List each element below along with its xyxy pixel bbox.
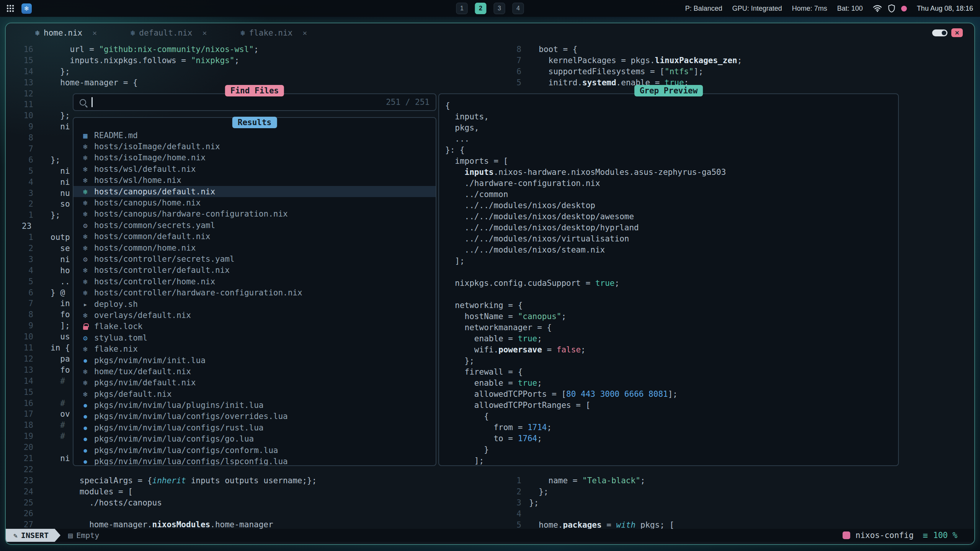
grep-preview-content[interactable]: { inputs, pkgs, ...}: { imports = [ inpu… [439, 94, 898, 466]
window-toggle-pill[interactable] [932, 29, 947, 36]
code-text: { [439, 100, 450, 111]
powerline-separator [55, 529, 60, 542]
result-item[interactable]: ❄ hosts/canopus/hardware-configuration.n… [74, 209, 436, 220]
line-number: 20 [6, 442, 33, 453]
line-number: 1 [486, 475, 521, 486]
code-line: ../../modules/nixos/desktop/hyprland [439, 222, 898, 233]
window-close-button[interactable] [951, 28, 963, 37]
project-icon [843, 531, 850, 539]
buffer-label: Empty [76, 531, 99, 540]
code-line: 6 supportedFilesystems = ["ntfs"]; [486, 66, 742, 77]
wifi-icon[interactable] [873, 5, 882, 12]
tab-close-icon[interactable] [202, 28, 207, 37]
editor-right-pane-top[interactable]: 8 boot = {7 kernelPackages = pkgs.linuxP… [486, 44, 742, 88]
editor-tab[interactable]: ❄ default.nix [131, 28, 207, 37]
code-text: ../common [439, 189, 508, 200]
code-text: home-manager = { [33, 77, 138, 88]
tab-close-icon[interactable] [92, 28, 97, 37]
result-item[interactable]: ● pkgs/nvim/nvim/lua/configs/rust.lua [74, 422, 436, 433]
code-text: ]; [33, 320, 70, 331]
status-module[interactable]: GPU: Integrated [732, 5, 782, 13]
line-number: 5 [486, 77, 521, 88]
result-item[interactable]: ❄ hosts/isoImage/home.nix [74, 152, 436, 163]
nix-icon: ❄ [80, 311, 90, 320]
result-item[interactable]: ❄ home/tux/default.nix [74, 366, 436, 377]
app-logo-icon[interactable]: ❄ [21, 3, 32, 14]
result-item[interactable]: ❄ hosts/controller/default.nix [74, 265, 436, 276]
code-line: imports = [ [439, 156, 898, 167]
result-item[interactable]: ▸ deploy.sh [74, 298, 436, 310]
result-filename: pkgs/nvim/nvim/lua/plugins/init.lua [94, 401, 264, 410]
editor-right-pane-bottom[interactable]: 1 name = "Tela-black";2 };3};45 home.pac… [486, 475, 674, 530]
result-item[interactable]: ❄ hosts/wsl/home.nix [74, 175, 436, 186]
result-filename: pkgs/nvim/nvim/lua/configs/overrides.lua [94, 412, 288, 421]
workspace-button[interactable]: 3 [494, 3, 505, 14]
nix-icon: ❄ [80, 367, 90, 376]
status-module[interactable]: Home: 7ms [792, 5, 827, 13]
result-item[interactable]: ⚙ hosts/controller/secrets.yaml [74, 253, 436, 264]
result-item[interactable]: ❄ hosts/canopus/default.nix [74, 186, 436, 197]
code-text: outp [33, 232, 70, 243]
result-item[interactable]: ❄ hosts/common/default.nix [74, 231, 436, 242]
result-item[interactable]: ● pkgs/nvim/nvim/lua/configs/go.lua [74, 434, 436, 445]
result-item[interactable]: ▦ README.md [74, 130, 436, 141]
result-item[interactable]: ● pkgs/nvim/nvim/lua/configs/lspconfig.l… [74, 456, 436, 465]
status-module[interactable]: Bat: 100 [837, 5, 863, 13]
result-item[interactable]: ❄ pkgs/default.nix [74, 388, 436, 399]
result-item[interactable]: ⚙ hosts/common/secrets.yaml [74, 220, 436, 231]
result-item[interactable]: ❄ pkgs/nvim/default.nix [74, 377, 436, 388]
result-item[interactable]: ❄ hosts/canopus/home.nix [74, 197, 436, 208]
line-number: 23 [6, 221, 33, 232]
shield-icon[interactable] [888, 4, 895, 13]
result-filename: hosts/controller/default.nix [94, 266, 230, 275]
result-item[interactable]: ❄ hosts/controller/home.nix [74, 276, 436, 287]
result-item[interactable]: ● pkgs/nvim/nvim/lua/configs/conform.lua [74, 445, 436, 456]
line-number: 1 [6, 232, 33, 243]
code-line: 15 inputs.nixpkgs.follows = "nixpkgs"; [6, 55, 317, 66]
code-text: enable = true; [439, 333, 542, 344]
code-text: to = 1764; [439, 433, 542, 444]
workspace-button[interactable]: 1 [456, 3, 468, 14]
code-line: ]; [439, 455, 898, 466]
line-number: 1 [6, 210, 33, 221]
workspace-button[interactable]: 4 [513, 3, 524, 14]
line-number: 9 [6, 121, 33, 132]
result-item[interactable]: ❄ flake.nix [74, 343, 436, 354]
clock[interactable]: Thu Aug 08, 18:16 [917, 5, 973, 13]
status-module[interactable]: P: Balanced [685, 5, 722, 13]
status-dot-icon[interactable] [901, 6, 907, 11]
code-text: so [33, 199, 70, 210]
find-files-prompt[interactable]: Find Files 251 / 251 [73, 93, 436, 111]
nix-icon: ❄ [80, 277, 90, 286]
result-filename: hosts/wsl/home.nix [94, 176, 181, 185]
result-item[interactable]: ❄ hosts/common/home.nix [74, 242, 436, 253]
result-item[interactable]: ❄ hosts/wsl/default.nix [74, 163, 436, 174]
editor-tab[interactable]: ❄ flake.nix [240, 28, 307, 37]
code-text: enable = true; [439, 378, 542, 389]
result-item[interactable]: ● pkgs/nvim/nvim/lua/plugins/init.lua [74, 399, 436, 411]
tab-close-icon[interactable] [302, 28, 307, 37]
editor-tab[interactable]: ❄ home.nix [35, 28, 97, 37]
code-text: wifi.powersave = false; [439, 344, 586, 355]
nix-icon: ❄ [80, 244, 90, 252]
apps-grid-icon[interactable] [6, 4, 15, 13]
result-item[interactable]: ❄ hosts/isoImage/default.nix [74, 141, 436, 152]
result-item[interactable]: ❄ hosts/controller/hardware-configuratio… [74, 287, 436, 298]
code-text: ni [33, 453, 70, 464]
result-item[interactable]: flake.lock [74, 321, 436, 332]
line-number: 19 [6, 431, 33, 442]
workspace-button[interactable]: 2 [475, 3, 487, 14]
result-item[interactable]: ● pkgs/nvim/nvim/init.lua [74, 355, 436, 366]
code-text: imports = [ [439, 156, 508, 167]
result-item[interactable]: ⚙ stylua.toml [74, 332, 436, 343]
code-text [33, 387, 51, 398]
code-text: }; [521, 486, 549, 497]
code-line: }; [439, 355, 898, 367]
line-number: 5 [6, 166, 33, 177]
code-line: 2 }; [486, 486, 674, 497]
topbar-left: ❄ [0, 3, 32, 14]
result-item[interactable]: ● pkgs/nvim/nvim/lua/configs/overrides.l… [74, 411, 436, 422]
tab-label: default.nix [139, 28, 192, 37]
result-item[interactable]: ❄ overlays/default.nix [74, 310, 436, 321]
finder-results-panel: Results ▦ README.md ❄ hosts/isoImage/def… [73, 117, 436, 466]
